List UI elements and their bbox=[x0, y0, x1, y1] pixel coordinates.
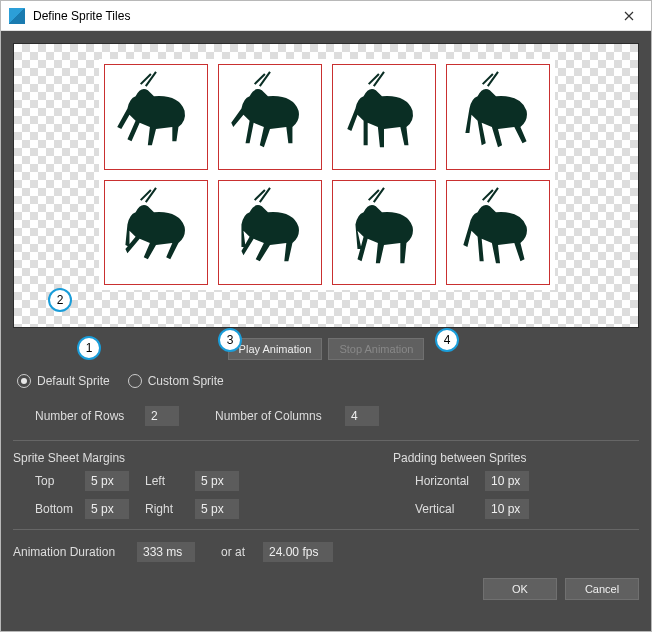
cols-input[interactable] bbox=[345, 406, 379, 426]
close-button[interactable] bbox=[606, 1, 651, 31]
margin-bottom-label: Bottom bbox=[35, 502, 85, 516]
grid-size-row: Number of Rows Number of Columns bbox=[13, 402, 639, 430]
ok-button[interactable]: OK bbox=[483, 578, 557, 600]
padding-v-input[interactable] bbox=[485, 499, 529, 519]
close-icon bbox=[624, 11, 634, 21]
sprite-tile bbox=[218, 180, 322, 286]
sprite-tile bbox=[332, 64, 436, 170]
titlebar: Define Sprite Tiles bbox=[1, 1, 651, 31]
padding-section: Padding between Sprites Horizontal Verti… bbox=[393, 451, 545, 519]
sprite-tile bbox=[218, 64, 322, 170]
margins-title: Sprite Sheet Margins bbox=[13, 451, 393, 465]
cols-label: Number of Columns bbox=[215, 409, 345, 423]
sprite-tile bbox=[104, 180, 208, 286]
sprite-tile bbox=[446, 64, 550, 170]
rows-label: Number of Rows bbox=[35, 409, 145, 423]
margin-right-label: Right bbox=[145, 502, 195, 516]
duration-input[interactable] bbox=[137, 542, 195, 562]
margin-bottom-input[interactable] bbox=[85, 499, 129, 519]
dialog-window: Define Sprite Tiles bbox=[0, 0, 652, 632]
margin-right-input[interactable] bbox=[195, 499, 239, 519]
separator bbox=[13, 529, 639, 530]
animation-duration-row: Animation Duration or at bbox=[13, 540, 639, 564]
padding-h-label: Horizontal bbox=[415, 474, 485, 488]
play-animation-button[interactable]: Play Animation bbox=[228, 338, 323, 360]
margin-top-input[interactable] bbox=[85, 471, 129, 491]
radio-indicator-icon bbox=[17, 374, 31, 388]
rows-input[interactable] bbox=[145, 406, 179, 426]
padding-h-input[interactable] bbox=[485, 471, 529, 491]
radio-label: Default Sprite bbox=[37, 374, 110, 388]
radio-label: Custom Sprite bbox=[148, 374, 224, 388]
duration-label: Animation Duration bbox=[13, 545, 131, 559]
sprite-preview: 2 bbox=[13, 43, 639, 328]
or-at-label: or at bbox=[221, 545, 245, 559]
radio-indicator-icon bbox=[128, 374, 142, 388]
dialog-buttons: OK Cancel bbox=[13, 564, 639, 600]
margin-top-label: Top bbox=[35, 474, 85, 488]
sprite-tile bbox=[332, 180, 436, 286]
margins-padding-row: Sprite Sheet Margins Top Left Bottom Rig… bbox=[13, 451, 639, 519]
padding-title: Padding between Sprites bbox=[393, 451, 545, 465]
sprite-tile bbox=[104, 64, 208, 170]
annotation-badge-1: 1 bbox=[77, 336, 101, 360]
margins-section: Sprite Sheet Margins Top Left Bottom Rig… bbox=[13, 451, 393, 519]
annotation-badge-2: 2 bbox=[48, 288, 72, 312]
app-icon bbox=[9, 8, 25, 24]
separator bbox=[13, 440, 639, 441]
cancel-button[interactable]: Cancel bbox=[565, 578, 639, 600]
annotation-badge-4: 4 bbox=[435, 328, 459, 352]
fps-input[interactable] bbox=[263, 542, 333, 562]
margin-left-label: Left bbox=[145, 474, 195, 488]
dialog-content: 2 1 3 Play Animation Stop Animation 4 De… bbox=[1, 31, 651, 631]
padding-v-label: Vertical bbox=[415, 502, 485, 516]
stop-animation-button: Stop Animation bbox=[328, 338, 424, 360]
animation-button-row: 1 3 Play Animation Stop Animation 4 bbox=[13, 328, 639, 368]
sprite-tile bbox=[446, 180, 550, 286]
window-title: Define Sprite Tiles bbox=[33, 9, 606, 23]
margin-left-input[interactable] bbox=[195, 471, 239, 491]
sprite-grid bbox=[99, 59, 555, 290]
custom-sprite-radio[interactable]: Custom Sprite bbox=[128, 374, 224, 388]
default-sprite-radio[interactable]: Default Sprite bbox=[17, 374, 110, 388]
sprite-mode-radios: Default Sprite Custom Sprite bbox=[13, 368, 639, 402]
